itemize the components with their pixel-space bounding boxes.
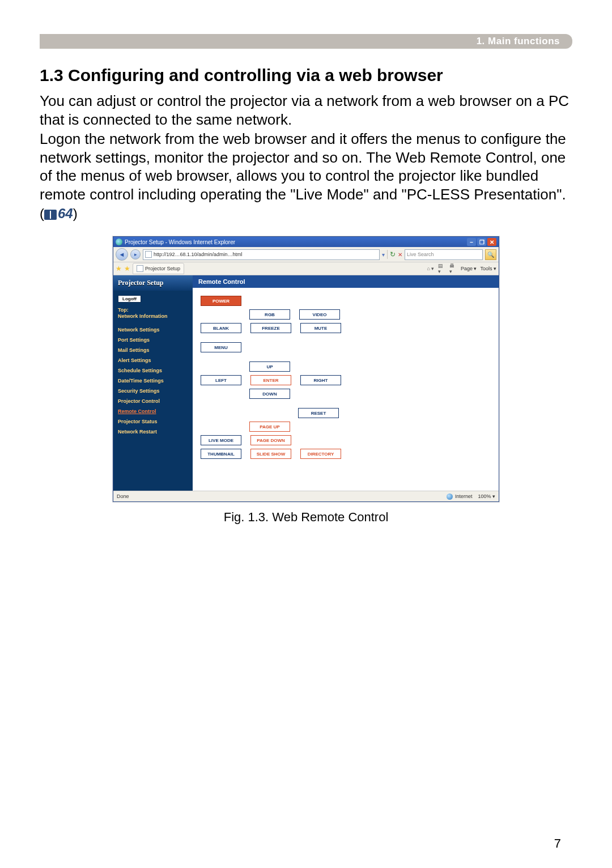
window-minimize-button[interactable]: – — [467, 238, 476, 246]
remote-menu-button[interactable]: MENU — [201, 342, 241, 352]
sidebar-item-network-settings[interactable]: Network Settings — [118, 325, 189, 335]
body-paragraph-2: Logon the network from the web browser a… — [40, 130, 572, 203]
sidebar-nav: Network Settings Port Settings Mail Sett… — [118, 325, 189, 437]
home-menu[interactable]: ⌂ ▾ — [427, 265, 435, 273]
remote-right-button[interactable]: RIGHT — [300, 375, 341, 385]
body-paragraph-1: You can adjust or control the projector … — [40, 92, 572, 129]
sidebar-top-block[interactable]: Top: Network Information — [118, 307, 189, 320]
remote-video-button[interactable]: VIDEO — [299, 309, 340, 320]
sidebar-item-schedule-settings[interactable]: Schedule Settings — [118, 365, 189, 376]
remote-mute-button[interactable]: MUTE — [300, 323, 341, 333]
separator — [387, 250, 388, 259]
favorites-icon[interactable]: ★ — [116, 265, 122, 273]
search-go-button[interactable]: 🔍 — [485, 249, 496, 260]
remote-freeze-button[interactable]: FREEZE — [250, 323, 291, 333]
remote-enter-button[interactable]: ENTER — [250, 375, 291, 385]
address-dropdown-icon[interactable]: ▾ — [382, 252, 385, 258]
window-maximize-button[interactable]: ❐ — [477, 238, 486, 246]
sidebar-item-projector-control[interactable]: Projector Control — [118, 396, 189, 406]
remote-directory-button[interactable]: DIRECTORY — [300, 449, 341, 459]
screenshot-ie-window: Projector Setup - Windows Internet Explo… — [113, 236, 499, 502]
stop-button[interactable]: ✕ — [398, 252, 402, 258]
sidebar-item-security-settings[interactable]: Security Settings — [118, 386, 189, 396]
nav-back-button[interactable]: ◄ — [116, 248, 128, 261]
status-bar: Done Internet 100% ▾ — [113, 491, 499, 501]
remote-power-button[interactable]: POWER — [201, 296, 241, 306]
panel-heading: Remote Control — [193, 275, 499, 288]
ie-icon — [116, 239, 122, 245]
address-bar[interactable]: http://192…68.1.10/admin/admin…html — [143, 249, 380, 260]
remote-slideshow-button[interactable]: SLIDE SHOW — [250, 449, 291, 459]
remote-thumbnail-button[interactable]: THUMBNAIL — [201, 449, 241, 459]
chapter-label: 1. Main functions — [477, 36, 560, 47]
chapter-header: 1. Main functions — [40, 34, 572, 49]
remote-blank-button[interactable]: BLANK — [201, 323, 241, 333]
sidebar-title: Projector Setup — [113, 275, 193, 291]
sidebar-item-datetime-settings[interactable]: Date/Time Settings — [118, 376, 189, 386]
page-number: 7 — [554, 836, 561, 851]
tools-menu[interactable]: Tools ▾ — [480, 266, 496, 271]
book-icon — [44, 210, 57, 220]
remote-livemode-button[interactable]: LIVE MODE — [201, 435, 241, 445]
page-icon — [145, 251, 152, 258]
nav-forward-button[interactable]: ▸ — [130, 249, 141, 259]
remote-rgb-button[interactable]: RGB — [249, 309, 290, 320]
sidebar-item-alert-settings[interactable]: Alert Settings — [118, 355, 189, 365]
remote-pagedown-button[interactable]: PAGE DOWN — [250, 435, 291, 445]
remote-control-panel: POWER RGB VIDEO BLANK FREEZE MUTE — [193, 288, 499, 474]
sidebar-item-projector-status[interactable]: Projector Status — [118, 416, 189, 427]
window-titlebar: Projector Setup - Windows Internet Explo… — [113, 237, 499, 247]
browser-tab[interactable]: Projector Setup — [133, 263, 184, 274]
print-menu[interactable]: 🖶 ▾ — [449, 265, 457, 273]
logoff-button[interactable]: Logoff — [118, 295, 141, 303]
feeds-menu[interactable]: ▤ ▾ — [438, 265, 446, 273]
window-close-button[interactable]: ✕ — [487, 238, 496, 246]
status-zone: Internet — [455, 493, 473, 499]
search-input[interactable]: Live Search — [405, 249, 483, 260]
remote-up-button[interactable]: UP — [249, 361, 290, 372]
address-text: http://192…68.1.10/admin/admin…html — [154, 252, 243, 257]
cross-reference: (64) — [40, 206, 572, 222]
remote-left-button[interactable]: LEFT — [201, 375, 241, 385]
window-title: Projector Setup - Windows Internet Explo… — [125, 239, 235, 245]
globe-icon — [447, 493, 453, 500]
sidebar-item-port-settings[interactable]: Port Settings — [118, 335, 189, 345]
figure-caption: Fig. 1.3. Web Remote Control — [224, 510, 389, 525]
address-toolbar: ◄ ▸ http://192…68.1.10/admin/admin…html … — [113, 247, 499, 262]
tab-toolbar: ★ ★ Projector Setup ⌂ ▾ ▤ ▾ 🖶 ▾ Page ▾ T… — [113, 262, 499, 275]
sidebar-item-network-restart[interactable]: Network Restart — [118, 427, 189, 437]
refresh-button[interactable]: ↻ — [390, 250, 396, 258]
remote-down-button[interactable]: DOWN — [249, 389, 290, 399]
page-icon — [137, 265, 143, 272]
remote-reset-button[interactable]: RESET — [298, 408, 339, 418]
page-menu[interactable]: Page ▾ — [461, 266, 477, 271]
sidebar-item-mail-settings[interactable]: Mail Settings — [118, 345, 189, 355]
add-favorite-icon[interactable]: ★ — [124, 265, 130, 273]
section-title: 1.3 Configuring and controlling via a we… — [40, 66, 572, 85]
search-placeholder: Live Search — [407, 252, 434, 257]
tab-label: Projector Setup — [145, 266, 180, 271]
remote-pageup-button[interactable]: PAGE UP — [249, 422, 290, 432]
sidebar-item-remote-control[interactable]: Remote Control — [118, 406, 189, 416]
sidebar: Projector Setup Logoff Top: Network Info… — [113, 275, 193, 491]
main-content: Remote Control POWER RGB VIDEO BLANK F — [193, 275, 499, 491]
status-zoom[interactable]: 100% ▾ — [478, 493, 495, 499]
status-left: Done — [117, 493, 129, 499]
